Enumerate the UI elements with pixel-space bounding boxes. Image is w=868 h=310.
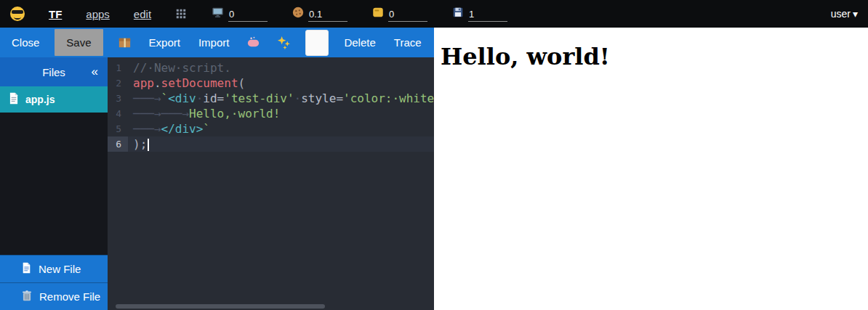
stat-floppy: 1 (451, 6, 507, 22)
new-file-label: New File (39, 263, 81, 275)
nav-edit-link[interactable]: edit (134, 8, 151, 20)
stat-cookie: 0.1 (292, 6, 347, 22)
code-lines: 1//·New·script.2app.setDocument(3───→`<d… (108, 60, 434, 152)
save-button[interactable]: Save (55, 29, 103, 56)
line-number: 2 (108, 76, 128, 91)
user-menu-label: user (831, 8, 851, 20)
token-string: ` (161, 91, 169, 105)
new-file-icon (22, 262, 31, 276)
line-content: ); (128, 136, 149, 152)
export-button[interactable]: Export (146, 33, 183, 52)
token-punct: ( (238, 76, 246, 90)
token-string: 'color:·white;·f (343, 91, 434, 105)
token-comment: //·New·script. (133, 61, 231, 75)
code-line-5[interactable]: 5───→</div>` (108, 121, 434, 136)
smiley-sunglasses-icon[interactable] (10, 7, 25, 21)
token-string: ` (203, 122, 210, 136)
code-editor[interactable]: 1//·New·script.2app.setDocument(3───→`<d… (108, 57, 434, 310)
stat-monitor: 0 (211, 6, 268, 22)
token-punct: ); (133, 137, 147, 151)
files-header: Files « (0, 57, 108, 86)
close-button[interactable]: Close (9, 33, 42, 52)
line-number: 3 (108, 91, 128, 106)
stat-coin: 0 (371, 6, 427, 22)
package-icon[interactable] (116, 33, 134, 52)
code-line-1[interactable]: 1//·New·script. (108, 60, 434, 76)
token-tab: ───→ (133, 107, 161, 121)
file-icon (9, 92, 19, 107)
trash-icon (22, 290, 32, 304)
line-content: ───→`<div·id='test-div'·style='color:·wh… (128, 91, 434, 106)
brand-link[interactable]: TF (49, 8, 62, 20)
code-line-6[interactable]: 6); (108, 136, 434, 152)
line-number: 6 (108, 136, 128, 152)
token-tab: ───→ (133, 91, 161, 105)
main-area: Close Save Export Import Delete Trace Fi… (0, 28, 868, 310)
line-number: 5 (108, 121, 128, 136)
coin-icon (371, 6, 385, 22)
token-tab: ───→ (133, 122, 161, 136)
editor-panel: Close Save Export Import Delete Trace Fi… (0, 28, 434, 310)
token-string: Hello,·world! (189, 107, 280, 121)
user-menu[interactable]: user ▾ (831, 8, 858, 20)
stat-coin-value[interactable]: 0 (388, 9, 427, 22)
token-tag: <div (168, 91, 196, 105)
editor-toolbar: Close Save Export Import Delete Trace (0, 28, 434, 57)
preview-heading: Hello, world! (441, 43, 862, 70)
file-name: app.js (25, 94, 55, 105)
token-punct: . (154, 76, 161, 90)
eraser-icon[interactable] (244, 33, 262, 52)
token-variable: app (133, 76, 154, 90)
line-content: ───→</div>` (128, 121, 210, 136)
token-ws: · (294, 91, 302, 105)
workspace: Files « app.js New File (0, 57, 434, 310)
line-number: 1 (108, 60, 128, 76)
delete-button[interactable]: Delete (341, 33, 378, 52)
nav-apps-link[interactable]: apps (86, 8, 110, 20)
remove-file-label: Remove File (39, 290, 100, 303)
line-number: 4 (108, 106, 128, 121)
sparkles-icon[interactable] (275, 33, 293, 52)
preview-pane: Hello, world! (434, 28, 868, 310)
token-tag: </div> (161, 122, 204, 136)
token-attr: id= (203, 91, 224, 105)
trace-button[interactable]: Trace (391, 33, 425, 52)
stat-monitor-value[interactable]: 0 (228, 9, 268, 22)
new-file-button[interactable]: New File (0, 255, 108, 282)
token-property: setDocument (161, 76, 238, 90)
code-line-2[interactable]: 2app.setDocument( (108, 76, 434, 91)
floppy-disk-icon (451, 6, 465, 22)
token-string: 'test-div' (224, 91, 294, 105)
token-attr: style= (301, 91, 343, 105)
files-header-label: Files (42, 66, 65, 78)
sidebar-empty-space (0, 113, 108, 255)
code-line-4[interactable]: 4───→───→Hello,·world! (108, 106, 434, 121)
cookie-icon (292, 6, 305, 22)
file-item-appjs[interactable]: app.js (0, 86, 108, 113)
token-ws: · (196, 91, 204, 105)
remove-file-button[interactable]: Remove File (0, 282, 108, 310)
token-tab: ───→ (161, 107, 190, 121)
code-line-3[interactable]: 3───→`<div·id='test-div'·style='color:·w… (108, 91, 434, 106)
line-content: app.setDocument( (128, 76, 245, 91)
color-swatch-button[interactable] (305, 30, 329, 56)
stat-cookie-value[interactable]: 0.1 (308, 9, 347, 22)
stat-floppy-value[interactable]: 1 (468, 9, 507, 22)
chevron-down-icon: ▾ (853, 8, 858, 20)
topbar: TF apps edit 0 0.1 0 1 (0, 0, 868, 28)
collapse-sidebar-icon[interactable]: « (92, 65, 98, 79)
apps-grid-icon[interactable] (175, 8, 187, 20)
horizontal-scrollbar[interactable] (116, 304, 325, 309)
monitor-icon (211, 6, 225, 22)
line-content: ───→───→Hello,·world! (128, 106, 280, 121)
text-cursor (148, 139, 149, 151)
line-content: //·New·script. (128, 60, 231, 76)
files-sidebar: Files « app.js New File (0, 57, 108, 310)
import-button[interactable]: Import (196, 33, 233, 52)
